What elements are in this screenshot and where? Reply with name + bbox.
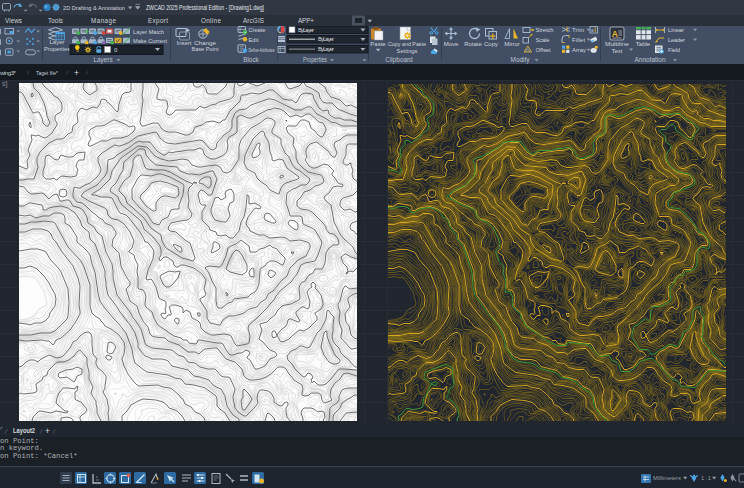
svg-text:+: + <box>45 426 50 436</box>
svg-text:Array: Array <box>572 47 586 53</box>
svg-text:Export: Export <box>148 17 168 25</box>
svg-text:Online: Online <box>201 17 221 24</box>
svg-text:/: / <box>52 428 56 435</box>
svg-text:/: / <box>39 428 43 435</box>
svg-text:+: + <box>74 68 79 78</box>
svg-text:a: a <box>591 28 594 33</box>
svg-text:Offset: Offset <box>536 47 551 53</box>
svg-text:⌜: ⌜ <box>0 427 3 434</box>
svg-text:Text: Text <box>611 48 622 54</box>
svg-text:/: / <box>65 69 69 76</box>
svg-text:Modify: Modify <box>511 56 531 64</box>
svg-text:A: A <box>612 29 618 39</box>
svg-text:ArcGIS: ArcGIS <box>243 17 264 24</box>
svg-text:2D Drafting & Annotation: 2D Drafting & Annotation <box>63 4 126 11</box>
svg-text:Tools: Tools <box>48 17 63 24</box>
svg-text:ZWCAD 2025 Professional Editio: ZWCAD 2025 Professional Edition - [Drawi… <box>146 4 264 12</box>
svg-text:Millimeters: Millimeters <box>653 475 681 481</box>
svg-text:1:1: 1:1 <box>701 475 711 481</box>
svg-text:Leader: Leader <box>668 37 685 43</box>
svg-text:Linear: Linear <box>668 27 684 33</box>
svg-text:Fillet: Fillet <box>572 37 585 43</box>
svg-text:Layout2: Layout2 <box>13 427 35 435</box>
svg-text:Stretch: Stretch <box>536 27 554 33</box>
svg-text:Table: Table <box>636 41 651 47</box>
svg-text:Scale: Scale <box>536 37 550 43</box>
svg-text:Views: Views <box>5 17 22 24</box>
svg-text:Trim: Trim <box>572 27 584 33</box>
svg-text:Annotation: Annotation <box>635 56 666 63</box>
svg-text:APP+: APP+ <box>298 17 314 24</box>
svg-text:Manage: Manage <box>91 17 116 25</box>
svg-text:Multiline: Multiline <box>605 41 630 47</box>
svg-text:wing3*: wing3* <box>0 69 17 76</box>
svg-text:/: / <box>4 428 8 435</box>
svg-text:Field: Field <box>668 47 680 53</box>
svg-text:/: / <box>85 69 89 76</box>
svg-text:Taget file*: Taget file* <box>36 69 58 76</box>
svg-text:/: / <box>26 69 30 76</box>
